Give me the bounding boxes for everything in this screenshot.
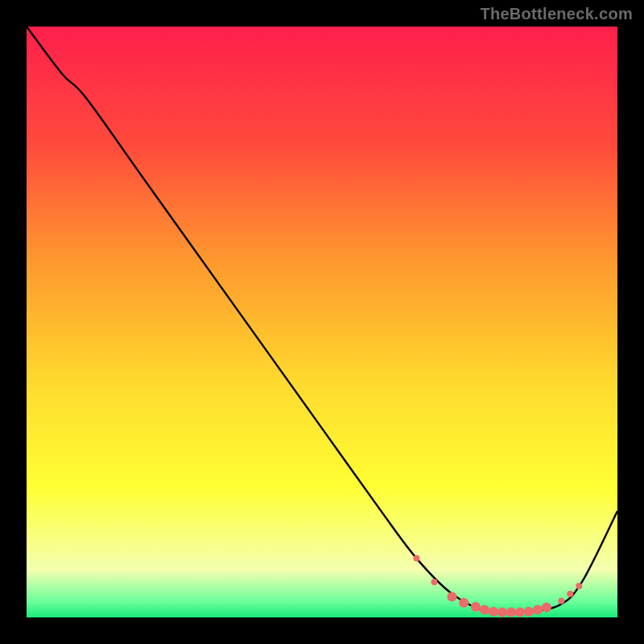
curve-marker: [576, 583, 582, 589]
curve-marker: [533, 605, 543, 614]
curve-marker: [480, 605, 489, 614]
curve-marker: [447, 592, 456, 601]
curve-marker: [413, 555, 419, 562]
curve-marker: [524, 607, 534, 617]
curve-marker: [471, 602, 481, 612]
bottleneck-curve-chart: [0, 0, 644, 644]
curve-marker: [497, 607, 507, 617]
curve-marker: [506, 607, 516, 617]
curve-marker: [459, 598, 469, 608]
curve-marker: [489, 607, 498, 617]
curve-marker: [431, 579, 437, 585]
curve-marker: [542, 603, 551, 613]
curve-marker: [567, 591, 573, 597]
chart-stage: TheBottleneck.com: [0, 0, 644, 644]
curve-marker: [558, 597, 564, 604]
curve-marker: [515, 607, 525, 617]
chart-plot-area: [27, 27, 617, 617]
